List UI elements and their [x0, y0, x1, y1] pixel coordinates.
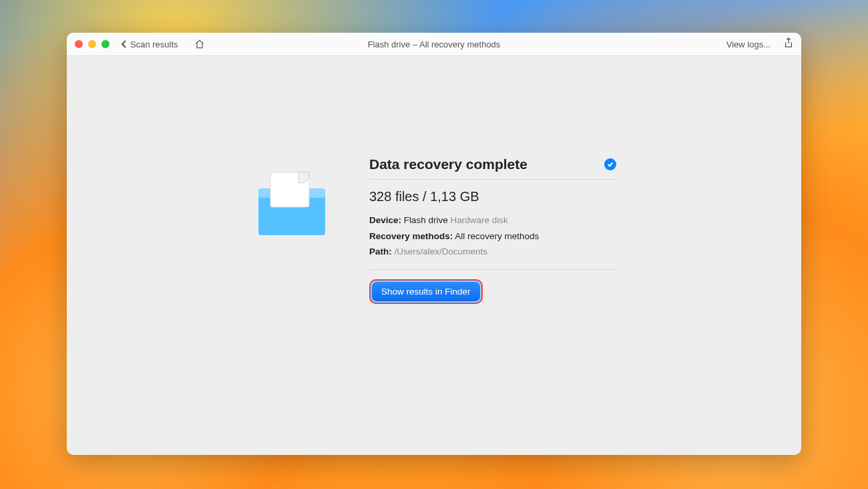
result-heading: Data recovery complete: [369, 156, 527, 172]
app-window: Scan results Flash drive – All recovery …: [67, 33, 801, 455]
device-label: Device:: [369, 215, 401, 225]
back-label: Scan results: [130, 39, 178, 49]
close-window-button[interactable]: [75, 40, 83, 48]
result-panel: Data recovery complete 328 files / 1,13 …: [252, 156, 616, 304]
back-button[interactable]: Scan results: [118, 38, 182, 51]
meta-device-row: Device: Flash drive Hardware disk: [369, 212, 616, 228]
home-icon: [194, 39, 205, 49]
window-controls: [75, 40, 110, 48]
result-meta: Device: Flash drive Hardware disk Recove…: [369, 212, 616, 260]
folder-documents-icon: [252, 160, 332, 243]
chevron-left-icon: [122, 40, 127, 48]
share-button[interactable]: [784, 37, 793, 51]
highlight-ring: Show results in Finder: [369, 279, 483, 304]
meta-path-row: Path: /Users/alex/Documents: [369, 244, 616, 260]
path-value: /Users/alex/Documents: [395, 247, 488, 257]
show-results-button[interactable]: Show results in Finder: [372, 282, 480, 301]
minimize-window-button[interactable]: [88, 40, 96, 48]
methods-value: All recovery methods: [455, 231, 539, 241]
home-button[interactable]: [192, 37, 208, 51]
zoom-window-button[interactable]: [101, 40, 110, 48]
device-note: Hardware disk: [451, 215, 508, 225]
view-logs-button[interactable]: View logs...: [722, 38, 775, 51]
success-check-icon: [604, 158, 616, 170]
meta-methods-row: Recovery methods: All recovery methods: [369, 228, 616, 244]
content-area: Data recovery complete 328 files / 1,13 …: [67, 56, 801, 455]
device-value: Flash drive: [404, 215, 448, 225]
result-stats: 328 files / 1,13 GB: [369, 189, 616, 204]
path-label: Path:: [369, 247, 392, 257]
share-icon: [784, 37, 793, 48]
result-info: Data recovery complete 328 files / 1,13 …: [369, 156, 616, 304]
divider: [369, 269, 616, 270]
titlebar: Scan results Flash drive – All recovery …: [67, 33, 801, 56]
methods-label: Recovery methods:: [369, 231, 453, 241]
